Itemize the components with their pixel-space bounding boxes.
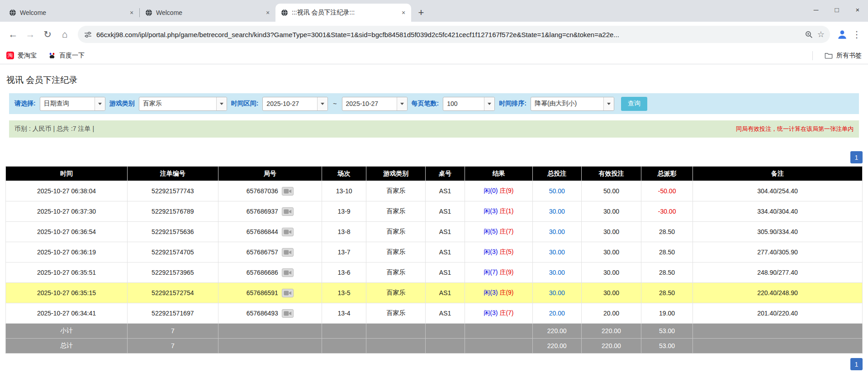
tab-close-icon[interactable]: × (128, 9, 136, 17)
video-replay-icon[interactable] (282, 309, 294, 318)
cell-time: 2025-10-27 06:35:51 (6, 263, 128, 283)
cell-payout: 28.50 (641, 283, 693, 303)
cell-bet-id: 522921576789 (127, 201, 218, 222)
sum-empty (322, 339, 366, 354)
sum-empty (426, 324, 465, 339)
cell-bet-id: 522921571697 (127, 303, 218, 324)
cell-note: 277.40/305.90 (693, 242, 862, 263)
sum-empty (218, 339, 322, 354)
video-replay-icon[interactable] (282, 207, 294, 216)
profile-avatar[interactable] (835, 27, 850, 42)
bet-row: 2025-10-27 06:37:30522921576789657686937… (6, 201, 863, 222)
cell-valid-bet: 50.00 (581, 181, 641, 201)
video-replay-icon[interactable] (282, 248, 294, 257)
url-text: 66cxkj98.com/ipl/portal.php/game/betreco… (96, 31, 800, 38)
currency-summary-text: 币别 : 人民币 | 总共 :7 注单 | (14, 125, 94, 133)
close-button[interactable]: × (847, 0, 868, 19)
cell-time: 2025-10-27 06:34:41 (6, 303, 128, 324)
chevron-down-icon[interactable] (95, 97, 105, 110)
cell-total-bet[interactable]: 30.00 (532, 283, 581, 303)
cell-session: 13-5 (322, 283, 366, 303)
video-replay-icon[interactable] (282, 268, 294, 277)
maximize-button[interactable]: □ (826, 0, 847, 19)
cell-bet-id: 522921572754 (127, 283, 218, 303)
tab-bet-records-active[interactable]: :::视讯 会员下注纪录::: × (275, 4, 411, 22)
cell-valid-bet: 30.00 (581, 263, 641, 283)
query-type-select[interactable]: 日期查询 (40, 97, 105, 111)
reload-button[interactable]: ↻ (39, 26, 56, 43)
tab-welcome-2[interactable]: Welcome × (140, 4, 275, 22)
chevron-down-icon[interactable] (216, 97, 227, 110)
tab-close-icon[interactable]: × (399, 9, 408, 17)
all-bookmarks-button[interactable]: 所有书签 (825, 52, 862, 60)
date-from-select[interactable]: 2025-10-27 (262, 97, 328, 111)
cell-session: 13-8 (322, 222, 366, 242)
home-button[interactable]: ⌂ (56, 26, 73, 43)
bookmarks-bar: 淘 爱淘宝 百度一下 所有书签 (0, 47, 868, 64)
cell-total-bet[interactable]: 30.00 (532, 222, 581, 242)
chevron-down-icon[interactable] (397, 97, 407, 110)
game-type-select[interactable]: 百家乐 (139, 97, 227, 111)
cell-result: 闲(3) 庄(1) (465, 201, 533, 222)
sum-label: 总计 (6, 339, 128, 354)
page-size-select[interactable]: 100 (443, 97, 495, 111)
cell-payout: 28.50 (641, 263, 693, 283)
video-replay-icon[interactable] (282, 228, 294, 236)
cell-payout: 28.50 (641, 242, 693, 263)
tab-welcome-1[interactable]: Welcome × (4, 4, 139, 22)
cell-valid-bet: 30.00 (581, 283, 641, 303)
page-number-button[interactable]: 1 (850, 358, 863, 370)
site-info-icon[interactable] (84, 31, 92, 38)
video-replay-icon[interactable] (282, 289, 294, 297)
cell-payout: -30.00 (641, 201, 693, 222)
sum-empty (465, 324, 533, 339)
column-header: 总派彩 (641, 167, 693, 181)
cell-game-type: 百家乐 (366, 263, 426, 283)
back-button[interactable]: ← (5, 26, 22, 43)
video-replay-icon[interactable] (282, 187, 294, 196)
chevron-down-icon[interactable] (317, 97, 327, 110)
menu-kebab-icon[interactable]: ⋮ (850, 29, 863, 40)
cell-total-bet[interactable]: 30.00 (532, 242, 581, 263)
column-header: 备注 (693, 167, 862, 181)
cell-result: 闲(3) 庄(9) (465, 283, 533, 303)
column-header: 局号 (218, 167, 322, 181)
forward-button[interactable]: → (22, 26, 39, 43)
cell-game-type: 百家乐 (366, 201, 426, 222)
cell-table-no: AS1 (426, 222, 465, 242)
bookmark-aitaobao[interactable]: 淘 爱淘宝 (6, 52, 37, 60)
window-controls: ─ □ × (806, 0, 868, 19)
all-bookmarks-label: 所有书签 (836, 52, 862, 60)
sum-label: 小计 (6, 324, 128, 339)
column-header: 总投注 (532, 167, 581, 181)
new-tab-button[interactable]: + (415, 6, 427, 19)
cell-total-bet[interactable]: 20.00 (532, 303, 581, 324)
bookmark-star-icon[interactable]: ☆ (817, 29, 825, 39)
address-bar[interactable]: 66cxkj98.com/ipl/portal.php/game/betreco… (78, 26, 830, 43)
query-type-value: 日期查询 (40, 97, 95, 110)
cell-total-bet[interactable]: 30.00 (532, 201, 581, 222)
cell-bet-id: 522921575636 (127, 222, 218, 242)
bet-row: 2025-10-27 06:36:54522921575636657686844… (6, 222, 863, 242)
tab-close-icon[interactable]: × (264, 9, 272, 17)
zoom-icon[interactable] (805, 30, 813, 38)
cell-round-id: 657686937 (218, 201, 322, 222)
cell-payout: 28.50 (641, 222, 693, 242)
chevron-down-icon[interactable] (484, 97, 494, 110)
subtotal-row: 小计7220.00220.0053.00 (6, 324, 863, 339)
cell-total-bet[interactable]: 30.00 (532, 263, 581, 283)
bookmark-baidu[interactable]: 百度一下 (48, 52, 85, 60)
cell-valid-bet: 20.00 (581, 303, 641, 324)
cell-total-bet[interactable]: 50.00 (532, 181, 581, 201)
minimize-button[interactable]: ─ (806, 0, 826, 19)
chevron-down-icon[interactable] (603, 97, 614, 110)
cell-table-no: AS1 (426, 303, 465, 324)
page-number-button[interactable]: 1 (850, 151, 863, 163)
tab-strip: Welcome × Welcome × :::视讯 会员下注纪录::: × + … (0, 0, 868, 22)
cell-table-no: AS1 (426, 181, 465, 201)
globe-favicon-icon (9, 9, 16, 16)
query-button[interactable]: 查询 (621, 97, 647, 111)
date-to-select[interactable]: 2025-10-27 (342, 97, 408, 111)
cell-time: 2025-10-27 06:35:15 (6, 283, 128, 303)
sort-order-select[interactable]: 降幂(由大到小) (531, 97, 614, 111)
